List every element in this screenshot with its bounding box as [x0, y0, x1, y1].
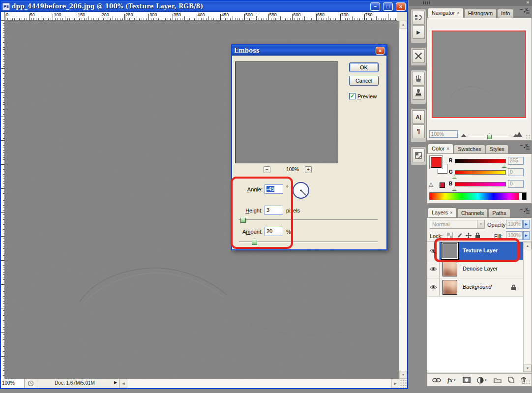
lock-all-padlock-icon[interactable]	[474, 232, 481, 239]
character-panel-button[interactable]: A|	[412, 110, 425, 124]
tab-info[interactable]: Info	[497, 9, 514, 18]
cancel-button[interactable]: Cancel	[349, 76, 379, 86]
scroll-up-arrow-icon[interactable]: ▲	[524, 242, 532, 249]
navigator-zoom-slider[interactable]	[471, 133, 510, 139]
fill-value-field[interactable]: 100%	[506, 231, 523, 240]
navigator-view-box[interactable]	[432, 30, 526, 118]
blend-mode-select[interactable]: Normal ▼	[430, 220, 485, 229]
zoom-in-mountain-icon[interactable]	[513, 130, 523, 137]
blue-slider[interactable]	[455, 182, 506, 186]
close-button[interactable]: ×	[396, 2, 406, 11]
foreground-color-swatch[interactable]	[431, 157, 442, 168]
status-menu-arrow-icon[interactable]: ▶	[112, 379, 119, 388]
layer-thumbnail[interactable]	[443, 243, 457, 258]
dock-grip-icon[interactable]	[423, 1, 430, 4]
zoom-out-mountain-icon[interactable]	[461, 132, 467, 137]
status-zoom-field[interactable]: 100%	[1, 379, 25, 388]
panel-menu-icon[interactable]	[523, 209, 531, 217]
paragraph-panel-button[interactable]: ¶	[412, 124, 425, 138]
visibility-eye-icon[interactable]	[427, 260, 440, 278]
blue-value-field[interactable]: 0	[508, 180, 524, 188]
filter-preview[interactable]	[235, 61, 338, 163]
preview-zoom-out-button[interactable]: −	[264, 166, 270, 173]
tab-close-icon[interactable]: ×	[457, 10, 460, 16]
angle-input[interactable]: -45	[265, 184, 283, 194]
clone-source-button[interactable]	[412, 86, 425, 100]
green-slider[interactable]	[455, 170, 506, 175]
title-bar[interactable]: Ps dpp_4449before_206.jpg @ 100% (Textur…	[1, 1, 407, 12]
opacity-value-field[interactable]: 100%	[506, 220, 523, 229]
red-value-field[interactable]: 255	[508, 157, 524, 165]
scroll-left-arrow-icon[interactable]: ◀	[119, 379, 127, 388]
gamut-warning-icon[interactable]: ⚠	[428, 181, 434, 188]
add-layer-mask-icon[interactable]	[463, 377, 471, 383]
height-slider[interactable]	[239, 216, 378, 223]
preview-checkbox[interactable]: ✓	[349, 93, 355, 99]
panel-menu-icon[interactable]	[523, 9, 531, 17]
tab-histogram[interactable]: Histogram	[464, 9, 497, 18]
lock-transparency-icon[interactable]	[446, 232, 453, 239]
new-group-folder-icon[interactable]	[494, 377, 502, 383]
layer-row-background[interactable]: Background	[427, 278, 523, 297]
angle-dial[interactable]	[293, 182, 309, 199]
canvas-horizontal-scrollbar[interactable]: ◀ ▶	[119, 379, 407, 388]
tab-navigator[interactable]: Navigator×	[428, 8, 464, 18]
layer-style-fx-icon[interactable]: fx▼	[447, 376, 456, 384]
tab-layers[interactable]: Layers×	[428, 208, 457, 217]
gamut-color-swatch[interactable]	[440, 182, 445, 188]
panel-resize-grip[interactable]	[525, 134, 531, 140]
amount-slider-thumb[interactable]	[252, 238, 257, 245]
tab-styles[interactable]: Styles	[486, 145, 508, 153]
collapse-dock-icon[interactable]: »	[526, 0, 529, 5]
layer-thumbnail[interactable]	[443, 280, 457, 295]
dialog-close-icon[interactable]: ×	[376, 47, 384, 55]
red-slider[interactable]	[455, 159, 506, 163]
tab-channels[interactable]: Channels	[457, 209, 488, 217]
layer-row-texture[interactable]: Texture Layer	[427, 242, 523, 260]
black-swatch[interactable]	[522, 193, 526, 200]
layer-thumbnail[interactable]	[443, 262, 457, 276]
amount-input[interactable]: 20	[265, 227, 283, 236]
visibility-eye-icon[interactable]	[427, 242, 440, 260]
lock-pixels-brush-icon[interactable]	[455, 232, 463, 239]
preview-zoom-in-button[interactable]: +	[305, 166, 312, 173]
green-value-field[interactable]: 0	[508, 168, 524, 176]
actions-panel-button[interactable]: ▶	[412, 25, 425, 39]
amount-slider[interactable]	[239, 238, 378, 245]
scroll-down-arrow-icon[interactable]: ▼	[524, 364, 532, 372]
minimize-button[interactable]: −	[370, 2, 380, 11]
dock-header[interactable]: »	[409, 0, 532, 6]
ok-button[interactable]: OK	[349, 62, 379, 72]
navigator-zoom-field[interactable]: 100%	[429, 130, 458, 138]
tool-presets-button[interactable]	[412, 49, 425, 63]
layers-scrollbar[interactable]: ▲ ▼	[523, 242, 532, 372]
tab-color[interactable]: Color×	[428, 144, 453, 153]
lock-position-move-icon[interactable]	[465, 232, 472, 239]
green-slider-thumb[interactable]	[452, 175, 457, 179]
layer-name[interactable]: Denoise Layer	[463, 266, 498, 272]
height-slider-thumb[interactable]	[240, 216, 246, 223]
tab-close-icon[interactable]: ×	[450, 210, 453, 215]
new-layer-icon[interactable]	[508, 377, 514, 383]
history-panel-button[interactable]	[412, 11, 425, 25]
layer-name[interactable]: Background	[463, 284, 492, 290]
layer-row-denoise[interactable]: Denoise Layer	[427, 260, 523, 278]
emboss-dialog-titlebar[interactable]: Emboss ×	[232, 45, 386, 56]
brushes-panel-button[interactable]	[412, 72, 425, 86]
navigator-proxy-preview[interactable]	[430, 29, 528, 120]
color-spectrum-ramp[interactable]	[429, 192, 527, 200]
scroll-up-arrow-icon[interactable]: ▲	[399, 21, 407, 29]
window-resize-grip[interactable]	[399, 379, 407, 388]
layer-comps-button[interactable]	[412, 149, 425, 162]
panel-menu-icon[interactable]	[523, 145, 531, 153]
red-slider-thumb[interactable]	[502, 164, 506, 168]
chevron-down-icon[interactable]: ▼	[477, 220, 484, 228]
link-layers-icon[interactable]	[432, 378, 441, 383]
canvas-vertical-scrollbar[interactable]: ▲ ▼	[399, 21, 407, 379]
maximize-button[interactable]: □	[383, 2, 393, 11]
tab-close-icon[interactable]: ×	[446, 146, 449, 151]
tab-swatches[interactable]: Swatches	[454, 145, 485, 153]
navigator-zoom-slider-thumb[interactable]	[487, 133, 492, 139]
tab-paths[interactable]: Paths	[488, 209, 510, 217]
opacity-arrow-icon[interactable]: ▶	[523, 220, 530, 229]
